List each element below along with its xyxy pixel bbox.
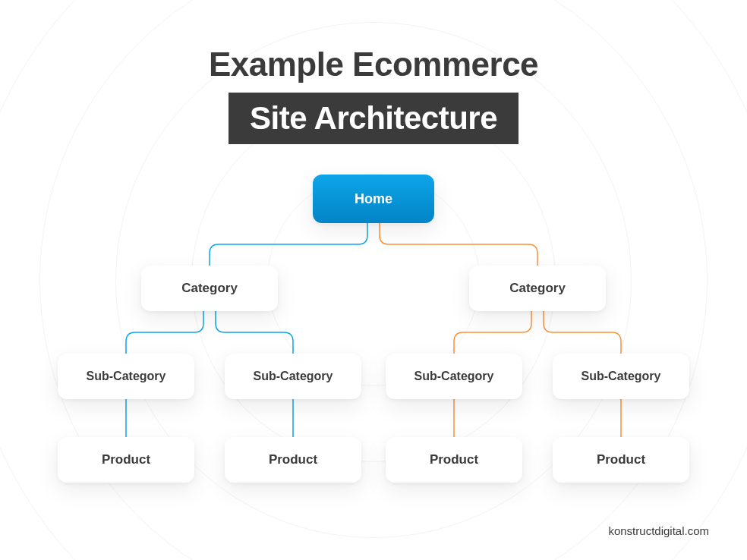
title-line-2: Site Architecture <box>250 100 497 136</box>
node-subcategory-2-label: Sub-Category <box>254 370 333 383</box>
attribution-text: konstructdigital.com <box>608 524 709 537</box>
node-subcategory-1: Sub-Category <box>58 354 194 399</box>
node-subcategory-3-label: Sub-Category <box>414 370 494 383</box>
node-subcategory-4: Sub-Category <box>553 354 689 399</box>
node-product-4-label: Product <box>597 452 645 467</box>
node-subcategory-1-label: Sub-Category <box>87 370 166 383</box>
node-product-3-label: Product <box>430 452 478 467</box>
node-home: Home <box>313 175 434 223</box>
node-category-right-label: Category <box>509 281 566 296</box>
node-subcategory-2: Sub-Category <box>225 354 361 399</box>
node-subcategory-3: Sub-Category <box>386 354 522 399</box>
title-line-2-box: Site Architecture <box>229 93 518 144</box>
node-category-right: Category <box>469 266 606 311</box>
node-product-1: Product <box>58 437 194 483</box>
heading: Example Ecommerce Site Architecture <box>0 0 747 144</box>
title-line-1: Example Ecommerce <box>0 46 747 83</box>
node-category-left: Category <box>141 266 278 311</box>
node-category-left-label: Category <box>181 281 238 296</box>
node-product-3: Product <box>386 437 522 483</box>
node-product-2-label: Product <box>269 452 317 467</box>
node-product-2: Product <box>225 437 361 483</box>
node-home-label: Home <box>355 191 392 207</box>
node-product-1-label: Product <box>102 452 150 467</box>
node-product-4: Product <box>553 437 689 483</box>
node-subcategory-4-label: Sub-Category <box>582 370 661 383</box>
